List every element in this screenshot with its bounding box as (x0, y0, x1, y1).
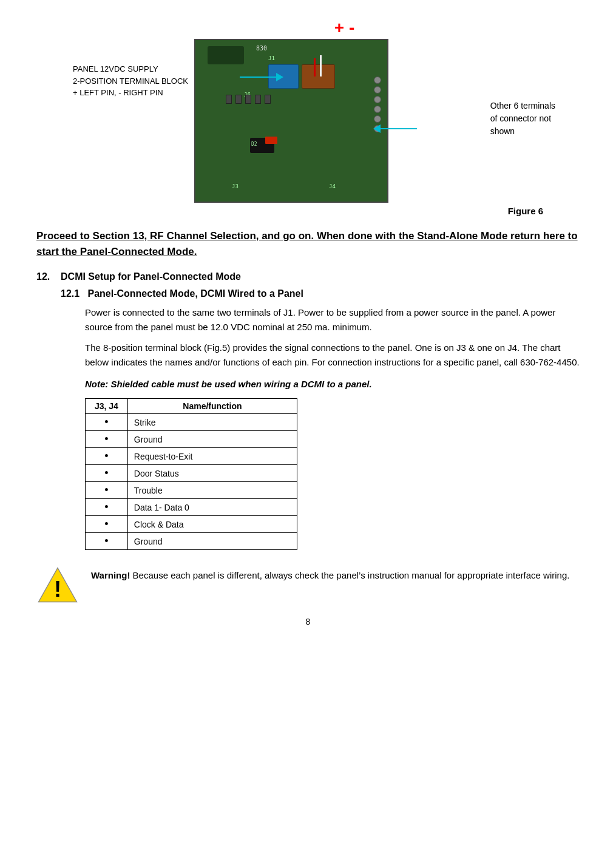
name-cell: Trouble (127, 482, 297, 499)
pin-table-body: • Strike • Ground • Request-to-Exit • Do… (86, 414, 297, 550)
terminal-dot-4 (374, 106, 381, 113)
pcb-wire-white (320, 55, 322, 76)
left-cyan-arrow (240, 73, 283, 81)
table-row: • Ground (86, 431, 297, 448)
svg-text:!: ! (54, 577, 61, 602)
name-cell: Ground (127, 431, 297, 448)
name-cell: Door Status (127, 465, 297, 482)
main-heading: Proceed to Section 13, RF Channel Select… (36, 228, 580, 259)
bullet-cell: • (86, 482, 128, 499)
pin-table-container: J3, J4 Name/function • Strike • Ground •… (85, 398, 580, 550)
terminal-rect-3 (245, 95, 251, 104)
pcb-right-connector (302, 64, 335, 89)
bullet-cell: • (86, 465, 128, 482)
section-12-1-header: 12.1 Panel-Connected Mode, DCMI Wired to… (61, 288, 580, 299)
left-annotation-label: PANEL 12VDC SUPPLY 2-POSITION TERMINAL B… (73, 63, 188, 99)
warning-section: ! Warning! Because each panel is differe… (36, 565, 580, 605)
terminal-rect-4 (255, 95, 261, 104)
col2-header: Name/function (127, 399, 297, 414)
figure-image-area: PANEL 12VDC SUPPLY 2-POSITION TERMINAL B… (73, 39, 580, 203)
terminal-dot-3 (374, 96, 381, 103)
table-row: • Request-to-Exit (86, 448, 297, 465)
warning-text-block: Warning! Because each panel is different… (91, 565, 569, 583)
pcb-label-d2: D2 (251, 141, 257, 147)
pcb-label-j3: J3 (232, 183, 239, 189)
bullet-cell: • (86, 499, 128, 516)
terminal-dot-5 (374, 115, 381, 123)
name-cell: Strike (127, 414, 297, 431)
terminal-rect-5 (265, 95, 271, 104)
table-row: • Ground (86, 533, 297, 550)
terminal-rect-1 (226, 95, 232, 104)
pcb-image: 830 J1 J6 D2 (194, 39, 388, 203)
para-2: The 8-position terminal block (Fig.5) pr… (85, 341, 580, 370)
bullet-cell: • (86, 414, 128, 431)
right-cyan-arrow (373, 124, 417, 133)
figure-caption: Figure 6 (36, 206, 543, 216)
name-cell: Ground (127, 533, 297, 550)
terminal-dot-1 (374, 76, 381, 84)
bullet-cell: • (86, 431, 128, 448)
table-row: • Door Status (86, 465, 297, 482)
para-1: Power is connected to the same two termi… (85, 305, 580, 334)
bullet-cell: • (86, 533, 128, 550)
pcb-red-component (265, 137, 277, 144)
bullet-cell: • (86, 448, 128, 465)
table-header-row: J3, J4 Name/function (86, 399, 297, 414)
page-number: 8 (36, 617, 580, 626)
note-text: Note: Shielded cable must be used when w… (85, 379, 580, 389)
plus-minus-label: + - (109, 18, 580, 38)
name-cell: Data 1- Data 0 (127, 499, 297, 516)
pcb-label-j1: J1 (268, 55, 275, 61)
name-cell: Clock & Data (127, 516, 297, 533)
terminal-rect-2 (235, 95, 242, 104)
pcb-label-830: 830 (256, 45, 267, 52)
table-row: • Clock & Data (86, 516, 297, 533)
warning-body: Because each panel is different, always … (130, 570, 569, 580)
warning-triangle-icon: ! (36, 565, 79, 605)
name-cell: Request-to-Exit (127, 448, 297, 465)
pcb-row-terminals (226, 95, 271, 104)
warning-label: Warning! (91, 570, 130, 580)
table-row: • Data 1- Data 0 (86, 499, 297, 516)
col1-header: J3, J4 (86, 399, 128, 414)
bullet-cell: • (86, 516, 128, 533)
figure-section: + - PANEL 12VDC SUPPLY 2-POSITION TERMIN… (36, 18, 580, 216)
pcb-wire-red (314, 58, 316, 76)
pin-table: J3, J4 Name/function • Strike • Ground •… (85, 398, 297, 550)
terminal-dot-2 (374, 86, 381, 93)
pcb-label-j4: J4 (329, 183, 336, 189)
right-annotation-label: Other 6 terminals of connector not shown (490, 100, 555, 138)
table-row: • Trouble (86, 482, 297, 499)
section-12-header: 12. DCMI Setup for Panel-Connected Mode (36, 271, 580, 282)
table-row: • Strike (86, 414, 297, 431)
